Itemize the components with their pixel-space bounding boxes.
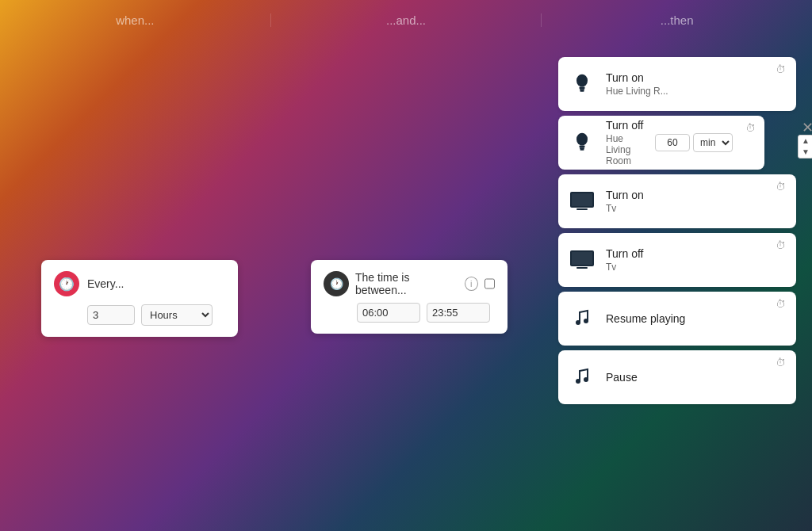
svg-rect-12 [572, 252, 592, 265]
svg-rect-13 [576, 267, 588, 269]
svg-rect-9 [572, 193, 592, 206]
action-subtitle-3: Tv [606, 203, 787, 214]
action-text-3: Turn on Tv [606, 189, 787, 214]
music-icon-2 [568, 363, 596, 392]
when-card: 🕐 Every... Hours Seconds Minutes Days [41, 260, 238, 337]
action-card-wrapper-2: Turn off Hue Living Room min sec hr ⏱ ✕ … [558, 116, 796, 170]
every-value-input[interactable] [87, 305, 135, 325]
info-icon[interactable]: i [465, 277, 478, 291]
svg-point-16 [576, 379, 580, 384]
and-header: ...and... [270, 13, 542, 27]
svg-rect-6 [580, 147, 584, 149]
action-card-turn-on-hue[interactable]: Turn on Hue Living R... ⏱ [558, 57, 796, 111]
action-text-2: Turn off Hue Living Room [606, 119, 645, 166]
action-text-5: Resume playing [606, 312, 787, 325]
action-card-turn-off-tv[interactable]: Turn off Tv ⏱ [558, 233, 796, 287]
bulb-icon-2 [568, 128, 596, 157]
action-subtitle-1: Hue Living R... [606, 86, 787, 97]
clock-icon: 🕐 [54, 271, 79, 296]
when-header: when... [0, 13, 270, 27]
svg-point-15 [584, 319, 588, 323]
move-up-button[interactable]: ▲ [799, 136, 812, 147]
action-title-2: Turn off [606, 119, 645, 132]
timer-icon-3[interactable]: ⏱ [776, 181, 788, 193]
delay-controls: min sec hr [655, 133, 733, 152]
action-title-6: Pause [606, 371, 787, 384]
tv-icon-1 [568, 187, 596, 216]
svg-rect-3 [580, 90, 584, 92]
action-text-1: Turn on Hue Living R... [606, 71, 787, 97]
svg-rect-2 [580, 89, 584, 90]
action-text-6: Pause [606, 371, 787, 384]
delay-value-input[interactable] [655, 134, 690, 151]
tv-icon-2 [568, 246, 596, 274]
time-start-input[interactable] [357, 303, 420, 323]
timer-icon-4[interactable]: ⏱ [776, 239, 788, 252]
action-subtitle-4: Tv [606, 262, 787, 273]
reorder-arrows: ▲ ▼ [798, 135, 812, 159]
timer-icon-5[interactable]: ⏱ [776, 298, 788, 311]
every-unit-select[interactable]: Hours Seconds Minutes Days [141, 304, 213, 326]
action-text-4: Turn off Tv [606, 247, 787, 273]
svg-point-17 [584, 377, 588, 382]
svg-point-4 [576, 133, 588, 146]
and-card: 🕐 The time is between... i [311, 260, 508, 334]
action-title-1: Turn on [606, 71, 787, 84]
timer-icon-6[interactable]: ⏱ [776, 357, 788, 369]
move-down-button[interactable]: ▼ [799, 147, 812, 158]
clock-dark-icon: 🕐 [324, 271, 349, 296]
svg-rect-5 [580, 146, 585, 148]
bulb-icon-1 [568, 70, 596, 98]
then-column: Turn on Hue Living R... ⏱ Turn off Hue L… [542, 0, 812, 420]
svg-point-14 [576, 320, 580, 325]
action-card-resume-playing[interactable]: Resume playing ⏱ [558, 292, 796, 346]
time-between-label: The time is between... [355, 271, 458, 296]
action-card-turn-on-tv[interactable]: Turn on Tv ⏱ [558, 174, 796, 228]
action-subtitle-2: Hue Living Room [606, 133, 645, 166]
action-card-pause[interactable]: Pause ⏱ [558, 350, 796, 404]
action-card-turn-off-hue[interactable]: Turn off Hue Living Room min sec hr ⏱ [558, 116, 764, 170]
timer-icon-2[interactable]: ⏱ [745, 122, 758, 135]
svg-rect-1 [580, 87, 585, 90]
time-checkbox[interactable] [485, 278, 495, 289]
time-end-input[interactable] [427, 303, 490, 323]
close-card-2-button[interactable]: ✕ [802, 119, 812, 136]
timer-icon-1[interactable]: ⏱ [776, 63, 788, 76]
svg-rect-7 [580, 149, 584, 151]
action-title-5: Resume playing [606, 312, 787, 325]
music-icon-1 [568, 304, 596, 333]
action-title-3: Turn on [606, 189, 787, 201]
svg-point-0 [576, 74, 588, 87]
action-title-4: Turn off [606, 247, 787, 260]
every-label: Every... [87, 277, 124, 290]
delay-unit-select[interactable]: min sec hr [693, 133, 733, 152]
svg-rect-10 [576, 208, 588, 210]
